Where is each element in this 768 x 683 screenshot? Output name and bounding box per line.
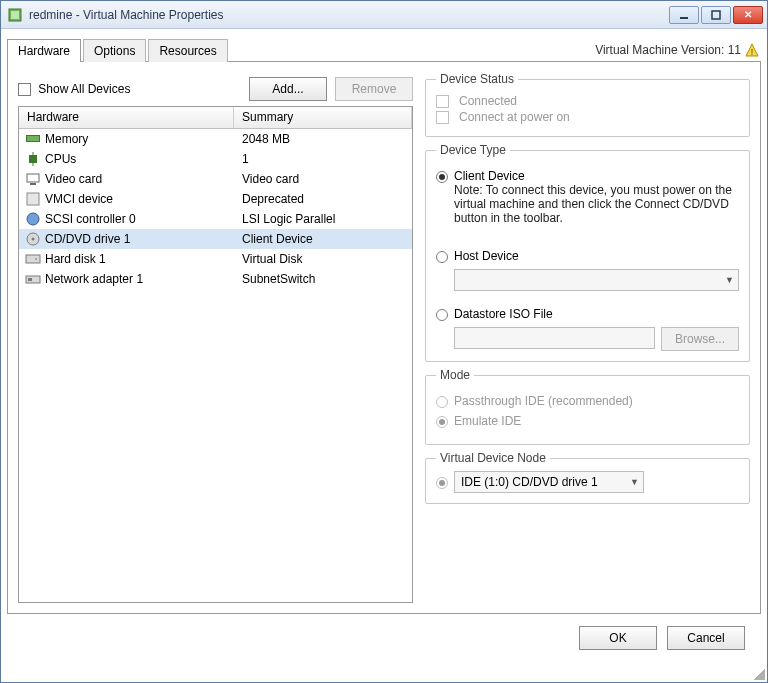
hardware-summary: 2048 MB [238,132,412,146]
browse-button: Browse... [661,327,739,351]
connected-label: Connected [459,94,517,108]
window: redmine - Virtual Machine Properties ✕ H… [0,0,768,683]
table-row[interactable]: Memory2048 MB [19,129,412,149]
table-row[interactable]: Video cardVideo card [19,169,412,189]
show-all-label: Show All Devices [38,82,130,96]
table-row[interactable]: VMCI deviceDeprecated [19,189,412,209]
hardware-summary: Video card [238,172,412,186]
hardware-summary: SubnetSwitch [238,272,412,286]
device-status-legend: Device Status [436,72,518,86]
vm-version: Virtual Machine Version: 11 ! [595,43,761,61]
host-device-dropdown: ▼ [454,269,739,291]
svg-rect-13 [27,193,39,205]
mode-group: Mode Passthrough IDE (recommended) Emula… [425,368,750,445]
ok-button[interactable]: OK [579,626,657,650]
window-title: redmine - Virtual Machine Properties [29,8,669,22]
vdn-legend: Virtual Device Node [436,451,550,465]
svg-rect-20 [28,278,32,281]
client-device-label: Client Device [454,169,739,183]
svg-rect-3 [712,11,720,19]
svg-point-14 [27,213,39,225]
passthrough-radio [436,396,448,408]
video-icon [23,172,43,186]
device-type-legend: Device Type [436,143,510,157]
hardware-name: Memory [43,132,238,146]
cpu-icon [23,152,43,166]
connect-power-label: Connect at power on [459,110,570,124]
table-row[interactable]: CPUs1 [19,149,412,169]
vdn-value: IDE (1:0) CD/DVD drive 1 [461,475,598,489]
col-hardware[interactable]: Hardware [19,107,234,128]
svg-rect-1 [11,11,19,19]
svg-point-16 [32,238,35,241]
passthrough-label: Passthrough IDE (recommended) [454,394,633,408]
table-row[interactable]: Network adapter 1SubnetSwitch [19,269,412,289]
svg-rect-8 [29,155,37,163]
svg-point-18 [35,258,37,260]
cancel-button[interactable]: Cancel [667,626,745,650]
chevron-down-icon: ▼ [725,275,734,285]
memory-icon [23,133,43,145]
show-all-devices[interactable]: Show All Devices [18,82,130,96]
emulate-radio [436,416,448,428]
vdn-dropdown[interactable]: IDE (1:0) CD/DVD drive 1 ▼ [454,471,644,493]
close-button[interactable]: ✕ [733,6,763,24]
table-row[interactable]: CD/DVD drive 1Client Device [19,229,412,249]
hardware-summary: Client Device [238,232,412,246]
svg-rect-11 [27,174,39,182]
hardware-name: Hard disk 1 [43,252,238,266]
col-summary[interactable]: Summary [234,107,412,128]
hardware-name: Network adapter 1 [43,272,238,286]
minimize-button[interactable] [669,6,699,24]
device-type-group: Device Type Client Device Note: To conne… [425,143,750,362]
client-device-note: Note: To connect this device, you must p… [454,183,739,225]
hardware-name: Video card [43,172,238,186]
disk-icon [23,253,43,265]
vdn-radio [436,477,448,489]
hardware-summary: Virtual Disk [238,252,412,266]
connect-power-checkbox [436,111,449,124]
hardware-summary: LSI Logic Parallel [238,212,412,226]
tabbar: Hardware Options Resources Virtual Machi… [7,35,761,61]
virtual-device-node-group: Virtual Device Node IDE (1:0) CD/DVD dri… [425,451,750,504]
hardware-name: SCSI controller 0 [43,212,238,226]
resize-grip[interactable] [751,666,765,680]
emulate-label: Emulate IDE [454,414,521,428]
cddvd-icon [23,232,43,246]
remove-button: Remove [335,77,413,101]
hardware-name: CPUs [43,152,238,166]
table-row[interactable]: Hard disk 1Virtual Disk [19,249,412,269]
show-all-checkbox[interactable] [18,83,31,96]
hardware-summary: 1 [238,152,412,166]
svg-rect-12 [30,183,36,185]
tab-options[interactable]: Options [83,39,146,62]
hardware-name: CD/DVD drive 1 [43,232,238,246]
app-icon [7,7,23,23]
add-button[interactable]: Add... [249,77,327,101]
maximize-button[interactable] [701,6,731,24]
scsi-icon [23,212,43,226]
warning-icon: ! [745,43,759,57]
hardware-summary: Deprecated [238,192,412,206]
tab-resources[interactable]: Resources [148,39,227,62]
datastore-iso-field [454,327,655,349]
nic-icon [23,273,43,285]
vm-version-label: Virtual Machine Version: 11 [595,43,741,57]
vmci-icon [23,192,43,206]
host-device-radio[interactable] [436,251,448,263]
device-status-group: Device Status Connected Connect at power… [425,72,750,137]
datastore-iso-radio[interactable] [436,309,448,321]
svg-rect-17 [26,255,40,263]
titlebar: redmine - Virtual Machine Properties ✕ [1,1,767,29]
table-row[interactable]: SCSI controller 0LSI Logic Parallel [19,209,412,229]
tab-hardware[interactable]: Hardware [7,39,81,62]
svg-rect-7 [27,136,39,141]
host-device-label: Host Device [454,249,519,263]
client-device-radio[interactable] [436,171,448,183]
datastore-iso-label: Datastore ISO File [454,307,553,321]
mode-legend: Mode [436,368,474,382]
hardware-list[interactable]: Hardware Summary Memory2048 MBCPUs1Video… [18,106,413,603]
svg-text:!: ! [751,47,754,57]
hardware-name: VMCI device [43,192,238,206]
connected-checkbox [436,95,449,108]
